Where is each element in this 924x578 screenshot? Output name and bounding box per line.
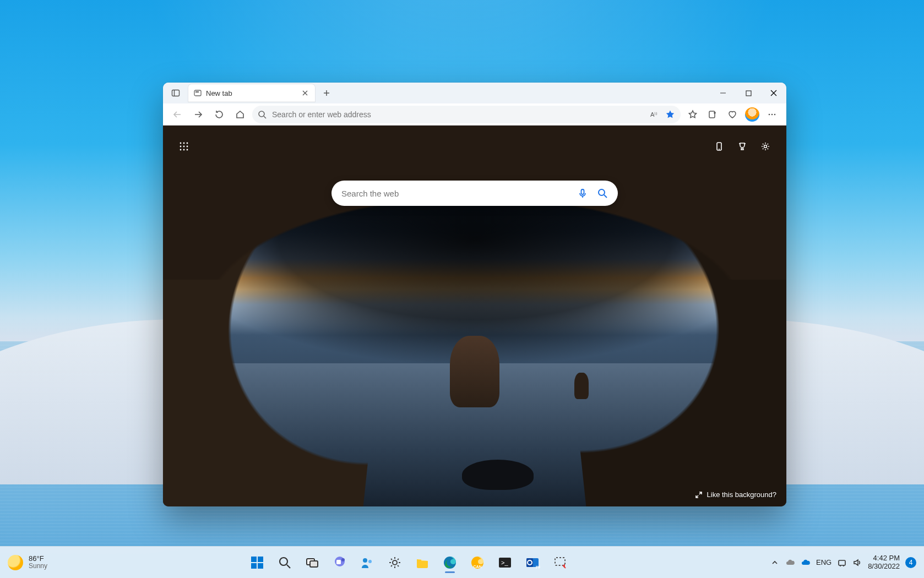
folder-icon <box>415 555 430 570</box>
svg-rect-19 <box>709 111 715 118</box>
svg-rect-51 <box>336 560 341 564</box>
like-background-link[interactable]: Like this background? <box>695 490 776 499</box>
arrow-right-icon <box>193 110 203 119</box>
nav-refresh-button[interactable] <box>210 106 228 123</box>
edge-browser-window: New tab <box>163 83 786 506</box>
page-settings-button[interactable] <box>755 137 775 156</box>
svg-point-53 <box>363 558 367 563</box>
voice-search-button[interactable] <box>573 183 593 203</box>
edge-browser-button[interactable] <box>438 550 462 575</box>
ntp-bg-rock <box>462 460 534 490</box>
nav-forward-button[interactable] <box>189 106 207 123</box>
read-aloud-icon[interactable]: A⁾⁾ <box>650 110 660 119</box>
svg-rect-11 <box>746 91 751 96</box>
ntp-topbar <box>174 137 775 156</box>
cloud-icon <box>785 558 795 568</box>
svg-point-4 <box>197 91 197 92</box>
maximize-icon <box>746 90 752 96</box>
app-launcher-button[interactable] <box>174 137 194 156</box>
onedrive-tray-icon[interactable] <box>785 558 795 568</box>
svg-point-36 <box>764 145 767 148</box>
favorite-star-icon[interactable] <box>665 110 675 119</box>
network-tray-button[interactable] <box>837 558 847 568</box>
edge-canary-icon: CAN <box>470 555 485 570</box>
rewards-button[interactable] <box>732 137 752 156</box>
svg-point-5 <box>198 91 198 92</box>
teams-chat-button[interactable] <box>328 550 352 575</box>
ntp-search-box[interactable] <box>331 181 618 206</box>
svg-rect-65 <box>555 558 565 565</box>
tray-overflow-button[interactable] <box>770 558 780 568</box>
notification-count: 4 <box>909 559 913 566</box>
app-menu-button[interactable] <box>763 106 781 123</box>
svg-point-24 <box>774 113 776 115</box>
svg-rect-42 <box>251 557 257 562</box>
settings-app-button[interactable] <box>383 550 407 575</box>
edge-canary-button[interactable]: CAN <box>465 550 490 575</box>
mobile-button[interactable] <box>709 137 729 156</box>
ntp-search-input[interactable] <box>341 189 573 198</box>
svg-rect-37 <box>581 189 584 194</box>
refresh-icon <box>214 110 224 119</box>
collections-button[interactable] <box>704 106 721 123</box>
taskbar-clock[interactable]: 4:42 PM 8/30/2022 <box>868 554 900 571</box>
chevron-up-icon <box>771 559 779 566</box>
svg-rect-0 <box>172 90 180 96</box>
task-view-button[interactable] <box>300 550 324 575</box>
home-icon <box>235 110 245 119</box>
terminal-icon: >_ <box>497 555 513 570</box>
window-minimize-button[interactable] <box>710 83 736 103</box>
svg-point-46 <box>280 558 287 565</box>
like-background-label: Like this background? <box>707 490 776 499</box>
svg-point-38 <box>599 189 605 195</box>
file-explorer-button[interactable] <box>410 550 434 575</box>
address-bar[interactable]: A⁾⁾ <box>252 106 681 123</box>
svg-rect-68 <box>839 560 845 565</box>
svg-text:>_: >_ <box>501 559 508 566</box>
weather-text: 86°F Sunny <box>29 555 47 570</box>
tab-title: New tab <box>206 89 232 97</box>
star-plus-icon <box>688 110 698 119</box>
svg-point-22 <box>769 113 770 115</box>
profile-button[interactable] <box>743 106 761 123</box>
nav-home-button[interactable] <box>231 106 249 123</box>
ntp-bg-rock <box>450 336 499 407</box>
favorites-button[interactable] <box>684 106 702 123</box>
svg-point-52 <box>341 558 345 561</box>
taskbar-weather-widget[interactable]: 86°F Sunny <box>8 555 47 570</box>
onedrive-sync-tray-icon[interactable] <box>801 558 811 568</box>
browser-tab[interactable]: New tab <box>188 84 315 102</box>
tab-close-button[interactable] <box>300 88 311 99</box>
window-close-button[interactable] <box>761 83 786 103</box>
input-language[interactable]: ENG <box>816 558 831 566</box>
close-icon <box>302 90 308 96</box>
notification-center-button[interactable]: 4 <box>905 557 916 568</box>
people-icon <box>360 555 375 570</box>
search-icon <box>258 110 267 119</box>
svg-line-17 <box>264 116 266 118</box>
avatar-icon <box>745 107 759 122</box>
search-icon <box>277 555 292 570</box>
address-input[interactable] <box>272 110 644 119</box>
terminal-button[interactable]: >_ <box>493 550 517 575</box>
vertical-tabs-button[interactable] <box>167 85 184 101</box>
ntp-search-button[interactable] <box>593 183 612 203</box>
volume-tray-button[interactable] <box>852 558 862 568</box>
heart-pulse-icon <box>727 110 737 119</box>
snipping-tool-button[interactable] <box>548 550 572 575</box>
ntp-tab-icon <box>194 89 202 97</box>
svg-rect-49 <box>310 561 318 567</box>
svg-line-47 <box>287 565 290 568</box>
nav-back-button[interactable] <box>169 106 186 123</box>
window-maximize-button[interactable] <box>736 83 761 103</box>
outlook-button[interactable]: PRE <box>520 550 545 575</box>
new-tab-button[interactable] <box>318 85 335 101</box>
taskbar: 86°F Sunny <box>0 546 924 578</box>
cloud-sync-icon <box>801 558 811 568</box>
start-button[interactable] <box>245 550 269 575</box>
search-button[interactable] <box>273 550 297 575</box>
browser-essentials-button[interactable] <box>724 106 741 123</box>
pinned-app[interactable] <box>355 550 379 575</box>
new-tab-page: Like this background? <box>163 126 786 506</box>
browser-titlebar: New tab <box>163 83 786 103</box>
